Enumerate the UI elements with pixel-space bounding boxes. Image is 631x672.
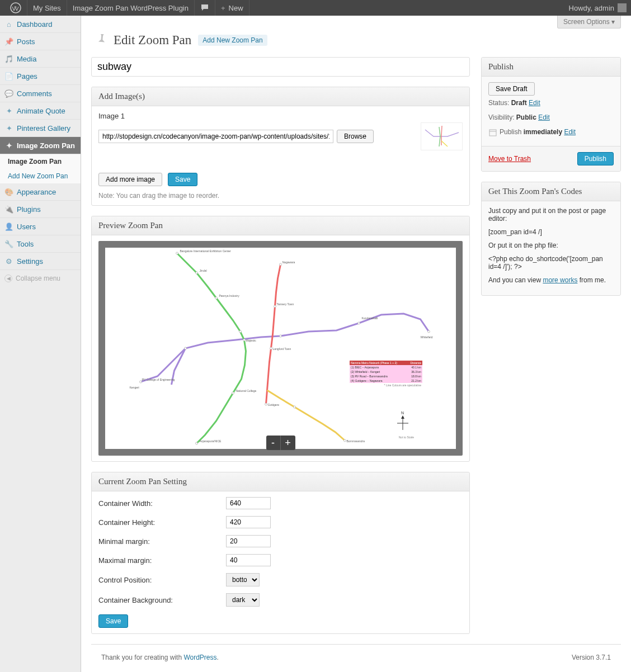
container-width-input[interactable] — [226, 497, 271, 509]
save-draft-button[interactable]: Save Draft — [488, 82, 535, 96]
status-row: Status: Draft Edit — [488, 96, 614, 110]
calendar-icon — [488, 128, 497, 137]
visibility-row: Visibility: Public Edit — [488, 110, 614, 125]
svg-point-4 — [239, 330, 242, 333]
min-margin-label: Minimal margin: — [98, 537, 222, 546]
more-works-line: And you can view more works from me. — [488, 276, 614, 284]
menu-pages[interactable]: 📄Pages — [0, 68, 81, 85]
svg-text:Nagawara: Nagawara — [282, 261, 295, 264]
php-code-text: <?php echo do_shortcode('[zoom_pan id=4 … — [488, 255, 614, 271]
wordpress-link[interactable]: WordPress — [183, 654, 216, 661]
map-legend: Namma Metro Network (Phase 1 + 2)Distanc… — [350, 361, 422, 387]
save-settings-button[interactable]: Save — [98, 614, 128, 628]
container-height-input[interactable] — [226, 516, 271, 528]
add-new-zoom-pan-link[interactable]: Add New Zoom Pan — [198, 35, 267, 46]
media-icon: 🎵 — [4, 54, 13, 63]
svg-text:N: N — [401, 411, 404, 415]
menu-appearance[interactable]: 🎨Appearance — [0, 183, 81, 201]
svg-point-14 — [280, 335, 282, 337]
menu-settings[interactable]: ⚙Settings — [0, 253, 81, 270]
page-icon: 📄 — [4, 72, 13, 81]
not-to-scale-label: Not to Scale — [399, 436, 414, 439]
tools-icon: 🔧 — [4, 239, 13, 248]
move-to-trash-link[interactable]: Move to Trash — [488, 155, 531, 163]
wp-logo[interactable] — [4, 0, 27, 16]
codes-intro: Just copy and put it on the post or page… — [488, 207, 614, 223]
zoom-out-button[interactable]: - — [266, 436, 281, 450]
menu-media[interactable]: 🎵Media — [0, 50, 81, 68]
menu-dashboard[interactable]: ⌂Dashboard — [0, 16, 81, 33]
menu-users[interactable]: 👤Users — [0, 218, 81, 235]
edit-status-link[interactable]: Edit — [529, 99, 540, 107]
svg-point-5 — [243, 339, 246, 341]
settings-box: Current Zoom Pan Setting Container Width… — [91, 472, 470, 634]
max-margin-input[interactable] — [226, 554, 271, 566]
gallery-icon: ✦ — [4, 124, 13, 132]
more-works-link[interactable]: more works — [543, 276, 577, 284]
settings-icon: ⚙ — [4, 257, 13, 266]
collapse-menu[interactable]: ◀Collapse menu — [0, 270, 81, 287]
control-position-select[interactable]: bottom — [226, 573, 260, 586]
new-content[interactable]: + New — [215, 0, 249, 16]
version-label: Version 3.7.1 — [572, 654, 611, 661]
post-title-input[interactable] — [91, 57, 470, 77]
preview-image[interactable]: Bangalore International Exhibition Cente… — [105, 248, 456, 449]
collapse-arrow-icon: ◀ — [4, 275, 12, 282]
comment-icon: 💬 — [4, 89, 13, 98]
svg-text:Jindal: Jindal — [200, 269, 207, 272]
codes-box: Get This Zoom Pan's Codes Just copy and … — [481, 182, 621, 296]
menu-pinterest-gallery[interactable]: ✦Pinterest Gallery — [0, 120, 81, 137]
svg-point-3 — [215, 297, 218, 299]
zoom-in-button[interactable]: + — [281, 436, 295, 450]
svg-text:Bommasandra: Bommasandra — [347, 439, 365, 443]
svg-point-13 — [185, 347, 187, 349]
appearance-icon: 🎨 — [4, 187, 13, 196]
svg-rect-38 — [489, 130, 496, 136]
menu-animate-quote[interactable]: ✦Animate Quote — [0, 102, 81, 120]
publish-button[interactable]: Publish — [577, 152, 614, 165]
min-margin-input[interactable] — [226, 535, 271, 547]
menu-posts[interactable]: 📌Posts — [0, 33, 81, 50]
svg-text:Anjanapura/NICE: Anjanapura/NICE — [200, 439, 222, 443]
plus-icon: + — [221, 4, 225, 12]
svg-point-9 — [274, 305, 276, 307]
svg-text:National College: National College — [236, 389, 257, 392]
image-1-url-input[interactable] — [98, 130, 333, 143]
container-width-label: Container Width: — [98, 499, 222, 508]
shortcode-text: [zoom_pan id=4 /] — [488, 228, 614, 236]
svg-text:Bangalore International Exhibi: Bangalore International Exhibition Cente… — [180, 249, 232, 253]
pin-icon: 📌 — [4, 37, 13, 46]
svg-point-6 — [232, 392, 234, 394]
add-more-image-button[interactable]: Add more image — [98, 173, 162, 186]
svg-marker-37 — [401, 415, 404, 419]
menu-image-zoom-pan[interactable]: ✦Image Zoom Pan — [0, 137, 81, 154]
container-bg-select[interactable]: dark — [226, 593, 260, 607]
save-images-button[interactable]: Save — [168, 173, 197, 186]
site-name[interactable]: Image Zoom Pan WordPress Plugin — [67, 0, 195, 16]
menu-comments[interactable]: 💬Comments — [0, 85, 81, 102]
edit-visibility-link[interactable]: Edit — [538, 113, 550, 121]
my-account[interactable]: Howdy, admin — [569, 3, 627, 12]
svg-text:Langford Town: Langford Town — [273, 347, 291, 351]
screen-options-toggle[interactable]: Screen Options ▾ — [557, 16, 621, 29]
menu-plugins[interactable]: 🔌Plugins — [0, 201, 81, 218]
submenu-add-new-zoom-pan[interactable]: Add New Zoom Pan — [0, 169, 81, 183]
comments-bubble[interactable] — [195, 0, 215, 16]
admin-footer: Thank you for creating with WordPress. V… — [91, 644, 621, 670]
menu-tools[interactable]: 🔧Tools — [0, 235, 81, 253]
users-icon: 👤 — [4, 222, 13, 231]
svg-text:Kengeri: Kengeri — [130, 386, 139, 389]
pin-icon — [91, 31, 109, 49]
my-sites[interactable]: My Sites — [27, 0, 67, 16]
browse-button[interactable]: Browse — [337, 130, 374, 143]
container-bg-label: Container Background: — [98, 596, 222, 604]
zoom-controls: - + — [266, 436, 295, 450]
submenu-image-zoom-pan[interactable]: Image Zoom Pan — [0, 154, 81, 169]
compass-icon: N — [394, 410, 411, 432]
edit-schedule-link[interactable]: Edit — [564, 128, 576, 136]
preview-container[interactable]: Bangalore International Exhibition Cente… — [98, 241, 463, 456]
max-margin-label: Maximal margin: — [98, 556, 222, 565]
svg-point-7 — [196, 442, 198, 444]
php-intro: Or put it on the php file: — [488, 242, 614, 249]
quote-icon: ✦ — [4, 106, 13, 115]
